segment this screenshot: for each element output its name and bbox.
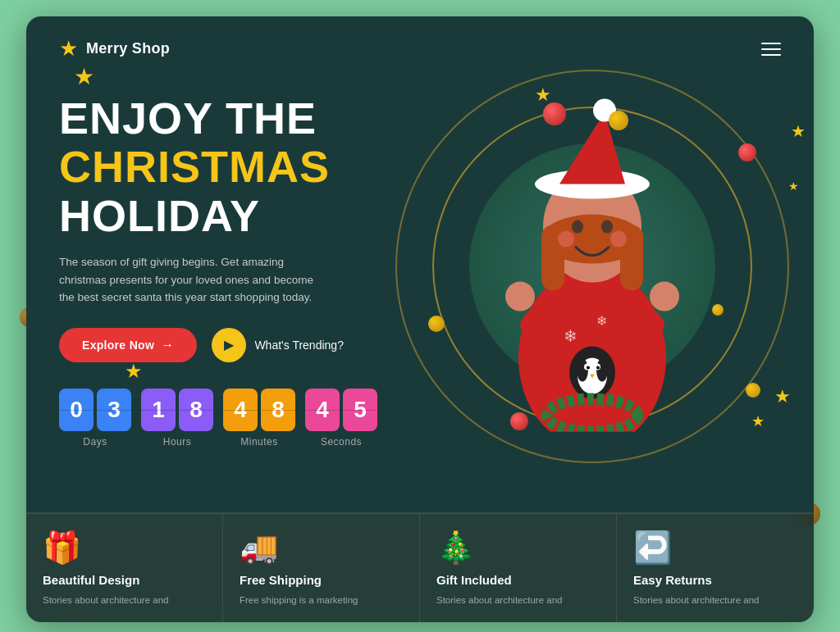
gift-included-title: Gift Included — [436, 573, 512, 587]
ornament-gold-1 — [609, 111, 628, 130]
countdown-seconds: 4 5 Seconds — [305, 389, 377, 448]
seconds-digit-2: 5 — [343, 389, 377, 431]
svg-point-18 — [596, 359, 608, 382]
svg-point-26 — [505, 282, 535, 311]
features-grid: 🎁 Beautiful Design Stories about archite… — [26, 513, 814, 622]
circle-container: ★ ★ — [379, 53, 806, 480]
free-shipping-desc: Free shipping is a marketing — [240, 593, 358, 607]
minutes-digit-2: 8 — [261, 389, 295, 431]
feature-gift-included: 🎄 Gift Included Stories about architectu… — [420, 514, 617, 622]
countdown-hours: 1 8 Hours — [141, 389, 213, 448]
hero-right: ★ ★ — [420, 86, 781, 512]
feature-beautiful-design: 🎁 Beautiful Design Stories about archite… — [26, 514, 223, 622]
explore-label: Explore Now — [82, 339, 154, 352]
page-wrapper: ★ ★ ★ ★ ★ ★ Merry Shop — [26, 16, 814, 622]
person-image: ❄ ❄ ❄ — [461, 88, 724, 432]
days-label: Days — [83, 436, 107, 448]
svg-point-22 — [596, 366, 600, 370]
trending-button[interactable]: ▶ What's Trending? — [212, 328, 344, 362]
svg-point-9 — [601, 221, 613, 234]
hours-digits: 1 8 — [141, 389, 213, 431]
svg-point-11 — [610, 231, 627, 248]
svg-point-17 — [577, 359, 588, 382]
ornament-gold-2 — [746, 383, 760, 398]
hamburger-menu[interactable] — [761, 43, 781, 56]
minutes-digit-1: 4 — [223, 389, 258, 431]
easy-returns-title: Easy Returns — [633, 573, 712, 587]
trending-label: What's Trending? — [254, 339, 344, 352]
beautiful-design-title: Beautiful Design — [43, 573, 139, 587]
days-digits: 0 3 — [59, 389, 131, 431]
hero-title-line2: CHRISTMAS — [59, 143, 420, 191]
countdown-minutes: 4 8 Minutes — [223, 389, 295, 448]
hours-digit-1: 1 — [141, 389, 176, 431]
play-icon: ▶ — [212, 328, 246, 362]
hero-title-line1: ENJOY THE — [59, 94, 420, 143]
svg-point-27 — [650, 282, 679, 311]
easy-returns-icon: ↩️ — [633, 532, 672, 563]
hero-left: ENJOY THE CHRISTMAS HOLIDAY The season o… — [59, 86, 420, 448]
explore-arrow-icon: → — [161, 338, 174, 352]
features-bar: 🎁 Beautiful Design Stories about archite… — [26, 512, 814, 622]
hours-label: Hours — [163, 436, 192, 448]
countdown: 0 3 Days 1 8 Hours — [59, 389, 420, 448]
circle-star-2-icon: ★ — [751, 412, 765, 430]
seconds-digits: 4 5 — [305, 389, 377, 431]
svg-point-21 — [587, 366, 590, 370]
svg-text:❄: ❄ — [596, 314, 607, 328]
beautiful-design-icon: 🎁 — [43, 532, 81, 563]
hero-actions: Explore Now → ▶ What's Trending? — [59, 328, 420, 362]
hamburger-line2 — [761, 48, 781, 50]
header: ★ Merry Shop — [26, 16, 814, 70]
seconds-digit-1: 4 — [305, 389, 340, 431]
days-digit-2: 3 — [97, 389, 131, 431]
gift-included-desc: Stories about architecture and — [436, 593, 562, 607]
explore-now-button[interactable]: Explore Now → — [59, 328, 197, 362]
svg-text:❄: ❄ — [564, 327, 578, 345]
countdown-days: 0 3 Days — [59, 389, 131, 448]
easy-returns-desc: Stories about architecture and — [633, 593, 759, 607]
hamburger-line3 — [761, 54, 781, 56]
hamburger-line1 — [761, 43, 781, 44]
ornament-red-1 — [543, 102, 566, 125]
feature-easy-returns: ↩️ Easy Returns Stories about architectu… — [617, 514, 814, 622]
minutes-digits: 4 8 — [223, 389, 295, 431]
svg-point-8 — [572, 221, 583, 234]
svg-point-10 — [558, 231, 574, 248]
hours-digit-2: 8 — [179, 389, 213, 431]
seconds-label: Seconds — [321, 436, 362, 448]
hero-subtitle: The season of gift giving begins. Get am… — [59, 253, 313, 307]
logo-area: ★ Merry Shop — [59, 36, 170, 61]
hero-content: ENJOY THE CHRISTMAS HOLIDAY The season o… — [26, 70, 814, 512]
circle-star-1-icon: ★ — [535, 84, 551, 106]
days-digit-1: 0 — [59, 389, 94, 431]
beautiful-design-desc: Stories about architecture and — [43, 593, 168, 607]
minutes-label: Minutes — [240, 436, 278, 448]
free-shipping-icon: 🚚 — [240, 532, 278, 563]
ornament-gold-3 — [428, 316, 445, 332]
ornament-gold-4 — [712, 304, 724, 316]
logo-star-icon: ★ — [59, 36, 78, 61]
gift-included-icon: 🎄 — [436, 532, 475, 563]
ornament-red-3 — [510, 412, 528, 430]
ornament-red-2 — [738, 143, 756, 161]
hero-title-line3: HOLIDAY — [59, 192, 420, 240]
free-shipping-title: Free Shipping — [240, 573, 322, 587]
hero-section: ★ ★ ★ ★ ★ ★ Merry Shop — [26, 16, 814, 512]
feature-free-shipping: 🚚 Free Shipping Free shipping is a marke… — [223, 514, 420, 622]
logo-text: Merry Shop — [86, 40, 170, 57]
